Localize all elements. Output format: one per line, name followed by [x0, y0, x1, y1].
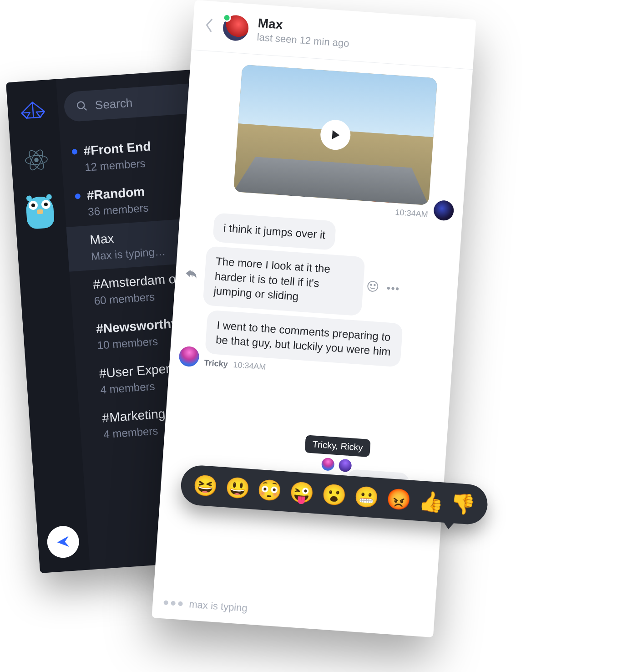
message-bubble[interactable]: i think it jumps over it [212, 213, 336, 250]
video-attachment[interactable] [233, 65, 437, 205]
avatar[interactable] [222, 14, 249, 41]
message-time: 10:34AM [395, 208, 428, 219]
emoji-thumbs-up[interactable]: 👍 [418, 489, 444, 514]
unread-dot-icon [75, 193, 81, 199]
emoji-thumbs-down[interactable]: 👎 [450, 491, 476, 517]
channel-name: #Newsworthy [96, 316, 178, 336]
emoji-flushed[interactable]: 😳 [257, 478, 283, 503]
emoji-angry[interactable]: 😡 [385, 487, 412, 512]
channel-name: Max [90, 231, 115, 248]
avatar[interactable] [338, 458, 352, 472]
avatar[interactable] [321, 458, 334, 471]
avatar[interactable] [433, 200, 455, 221]
search-placeholder: Search [95, 96, 133, 112]
online-dot-icon [222, 13, 231, 22]
emoji-smile[interactable]: 😃 [224, 475, 251, 501]
svg-point-0 [35, 158, 39, 162]
typing-indicator: max is typing [163, 597, 248, 615]
emoji-open-mouth[interactable]: 😮 [321, 482, 347, 508]
back-button[interactable] [203, 17, 215, 35]
unread-dot-icon [72, 149, 78, 155]
svg-point-7 [370, 284, 372, 285]
search-icon [76, 100, 88, 112]
emoji-wink-tongue[interactable]: 😜 [289, 480, 315, 505]
emoji-laughing[interactable]: 😆 [192, 473, 218, 499]
reaction-tooltip-avatars [321, 458, 352, 473]
chat-panel: Max last seen 12 min ago [152, 0, 476, 637]
message-bubble[interactable]: The more I look at it the harder it is t… [203, 246, 365, 316]
svg-point-8 [374, 285, 375, 286]
chat-body: 10:34AM i think it jumps over it The mor… [152, 50, 473, 637]
message-video-row: 10:34AM [190, 61, 463, 221]
avatar[interactable] [178, 346, 200, 367]
reply-icon[interactable] [184, 268, 198, 281]
typing-dots-icon [163, 600, 183, 606]
typing-label: max is typing [189, 598, 248, 614]
svg-line-5 [84, 107, 86, 110]
message-bubble[interactable]: I went to the comments preparing to be t… [205, 310, 403, 367]
atom-icon[interactable] [21, 144, 52, 175]
gopher-icon[interactable] [24, 194, 56, 231]
paper-boat-icon[interactable] [17, 94, 48, 125]
channel-name: #Random [86, 184, 145, 203]
svg-point-4 [77, 102, 85, 109]
svg-point-6 [367, 281, 378, 291]
more-icon[interactable]: ••• [386, 282, 400, 295]
emoji-grimace[interactable]: 😬 [353, 484, 379, 510]
compose-button[interactable] [46, 525, 80, 559]
message-row: The more I look at it the harder it is t… [183, 245, 450, 322]
react-icon[interactable] [366, 280, 379, 295]
channel-name: #Front End [83, 139, 152, 158]
channel-name: #Marketing [102, 407, 166, 426]
